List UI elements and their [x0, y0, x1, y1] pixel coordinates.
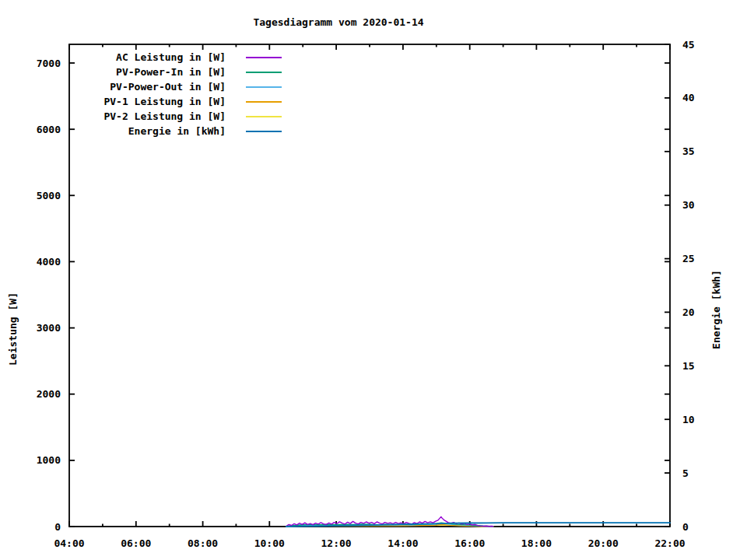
legend-label: PV-1 Leistung in [W] [78, 96, 226, 107]
x-tick-label: 12:00 [321, 537, 352, 549]
chart-canvas: Tagesdiagramm vom 2020-01-14 Leistung [W… [0, 0, 747, 560]
x-tick-label: 04:00 [54, 537, 84, 549]
legend-line-sample [246, 72, 282, 73]
legend-label: PV-Power-Out in [W] [78, 81, 226, 93]
legend-item-pv1-leistung: PV-1 Leistung in [W] [78, 94, 282, 109]
legend-label: AC Leistung in [W] [78, 51, 226, 63]
legend-item-energie: Energie in [kWh] [78, 124, 282, 138]
legend-label: PV-Power-In in [W] [78, 66, 226, 78]
x-tick-label: 22:00 [654, 537, 685, 549]
y1-tick-label: 2000 [37, 388, 61, 400]
y1-tick-label: 0 [54, 521, 61, 533]
legend-label: PV-2 Leistung in [W] [78, 110, 226, 122]
x-tick-label: 10:00 [254, 537, 285, 549]
y1-tick-label: 3000 [37, 322, 61, 334]
legend-label: Energie in [kWh] [78, 125, 226, 137]
legend-line-sample [246, 131, 282, 132]
x-tick-label: 14:00 [388, 537, 418, 549]
y2-tick-label: 25 [682, 253, 695, 264]
y1-tick-label: 1000 [37, 454, 61, 466]
x-tick-label: 08:00 [188, 537, 218, 549]
legend-line-sample [246, 86, 282, 88]
y2-tick-label: 10 [682, 414, 695, 425]
y1-tick-label: 7000 [37, 58, 61, 69]
y2-tick-label: 35 [682, 145, 695, 157]
legend-line-sample [246, 57, 282, 58]
y1-tick-label: 4000 [37, 256, 61, 268]
legend-line-sample [246, 101, 282, 103]
legend-item-pv-power-in: PV-Power-In in [W] [78, 65, 282, 79]
x-tick-label: 20:00 [588, 537, 619, 549]
y1-tick-label: 5000 [37, 190, 61, 201]
x-tick-label: 18:00 [521, 537, 552, 549]
y2-tick-label: 30 [682, 199, 695, 211]
y2-tick-label: 45 [682, 39, 695, 51]
legend: AC Leistung in [W] PV-Power-In in [W] PV… [78, 50, 282, 138]
legend-item-pv2-leistung: PV-2 Leistung in [W] [78, 109, 282, 124]
y2-tick-label: 20 [682, 306, 695, 318]
x-tick-label: 16:00 [454, 537, 485, 549]
x-tick-label: 06:00 [121, 537, 151, 549]
legend-item-ac-leistung: AC Leistung in [W] [78, 50, 282, 65]
y2-tick-label: 40 [682, 92, 695, 103]
legend-line-sample [246, 116, 282, 117]
legend-item-pv-power-out: PV-Power-Out in [W] [78, 79, 282, 94]
y2-tick-label: 5 [682, 467, 689, 479]
y2-tick-label: 15 [682, 360, 695, 372]
y2-tick-label: 0 [682, 521, 689, 533]
y1-tick-label: 6000 [37, 124, 61, 135]
